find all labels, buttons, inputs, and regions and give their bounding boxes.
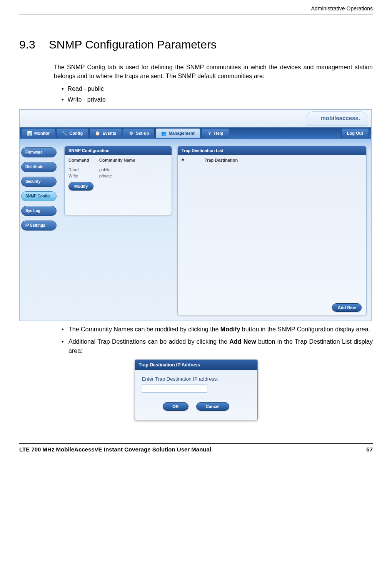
- management-icon: 👥: [161, 130, 167, 136]
- col-number: #: [182, 158, 205, 162]
- note-bold: Add New: [229, 338, 256, 345]
- cell-command: Write: [68, 174, 99, 178]
- add-new-button[interactable]: Add New: [332, 303, 362, 312]
- note-item: The Community Names can be modified by c…: [62, 325, 373, 334]
- logout-button[interactable]: Log Out: [341, 128, 369, 138]
- note-text: button in the SNMP Configuration display…: [240, 326, 370, 333]
- sidebar-item-firmware[interactable]: Firmware: [21, 147, 57, 157]
- table-row: Read public: [68, 167, 168, 173]
- tab-label: Monitor: [34, 131, 50, 135]
- page-header: Administrative Operations: [19, 4, 373, 12]
- tab-config[interactable]: 🔧 Config: [56, 128, 88, 138]
- col-community-name: Community Name: [99, 158, 135, 162]
- trap-ip-input[interactable]: [142, 384, 207, 393]
- sidebar-item-security[interactable]: Security: [21, 177, 57, 187]
- panel-title: SNMP Configuration: [65, 146, 172, 155]
- header-rule: [19, 15, 373, 15]
- logout-label: Log Out: [347, 131, 363, 135]
- tab-help[interactable]: ? Help: [201, 128, 229, 138]
- cell-command: Read: [68, 167, 99, 172]
- tab-events[interactable]: 📋 Events: [89, 128, 122, 138]
- dialog-title: Trap Destination IP Address: [135, 360, 257, 370]
- tab-management[interactable]: 👥 Management: [155, 128, 200, 138]
- col-command: Command: [68, 158, 99, 162]
- section-number: 9.3: [19, 38, 35, 51]
- events-icon: 📋: [95, 130, 100, 136]
- cell-community: public: [99, 167, 110, 172]
- setup-icon: ⚙: [128, 130, 134, 136]
- sidebar-item-sys-log[interactable]: Sys Log: [21, 206, 57, 216]
- default-item: Read - public: [62, 84, 373, 94]
- tab-label: Management: [168, 131, 194, 135]
- help-icon: ?: [207, 130, 212, 136]
- tab-label: Set-up: [136, 131, 149, 135]
- ok-button[interactable]: OK: [163, 402, 188, 411]
- table-row: Write private: [68, 173, 168, 179]
- dialog-prompt: Enter Trap Destination IP address:: [142, 376, 250, 382]
- sidebar-item-ip-settings[interactable]: IP Settings: [21, 221, 57, 231]
- note-text: The Community Names can be modified by c…: [68, 326, 220, 333]
- page-number: 57: [366, 446, 373, 453]
- sidebar-item-distribute[interactable]: Distribute: [21, 162, 57, 172]
- config-icon: 🔧: [62, 130, 67, 136]
- monitor-icon: 📊: [27, 130, 32, 136]
- trap-ip-dialog: Trap Destination IP Address Enter Trap D…: [135, 359, 258, 420]
- default-item: Write - private: [62, 94, 373, 105]
- tab-monitor[interactable]: 📊 Monitor: [21, 128, 55, 138]
- cell-community: private: [99, 174, 112, 178]
- footer-title: LTE 700 MHz MobileAccessVE Instant Cover…: [19, 446, 211, 453]
- note-text: Additional Trap Destinations can be adde…: [68, 338, 229, 345]
- app-top-bar: mobileaccess.: [20, 110, 371, 127]
- tab-setup[interactable]: ⚙ Set-up: [123, 128, 155, 138]
- tab-label: Config: [69, 131, 83, 135]
- brand-logo: mobileaccess.: [306, 111, 367, 126]
- dialog-separator: [142, 398, 250, 398]
- tab-label: Events: [102, 131, 116, 135]
- trap-destination-panel: Trap Destination List # Trap Destination…: [177, 146, 367, 315]
- sidebar-item-snmp-config[interactable]: SNMP Config: [21, 191, 57, 201]
- panel-title: Trap Destination List: [178, 146, 366, 155]
- app-window: mobileaccess. 📊 Monitor 🔧 Config 📋 Event…: [19, 109, 372, 321]
- col-trap-destination: Trap Destination: [205, 158, 238, 162]
- modify-button[interactable]: Modify: [68, 182, 93, 191]
- tab-label: Help: [214, 131, 224, 135]
- intro-paragraph: The SNMP Config tab is used for defining…: [54, 63, 373, 80]
- cancel-button[interactable]: Cancel: [196, 402, 229, 411]
- snmp-config-panel: SNMP Configuration Command Community Nam…: [64, 146, 172, 215]
- note-item: Additional Trap Destinations can be adde…: [62, 337, 373, 356]
- tab-bar: 📊 Monitor 🔧 Config 📋 Events ⚙ Set-up 👥 M…: [20, 127, 371, 139]
- section-title: SNMP Configuration Parameters: [49, 38, 217, 51]
- sidebar: Firmware Distribute Security SNMP Config…: [20, 139, 58, 321]
- note-bold: Modify: [220, 326, 240, 333]
